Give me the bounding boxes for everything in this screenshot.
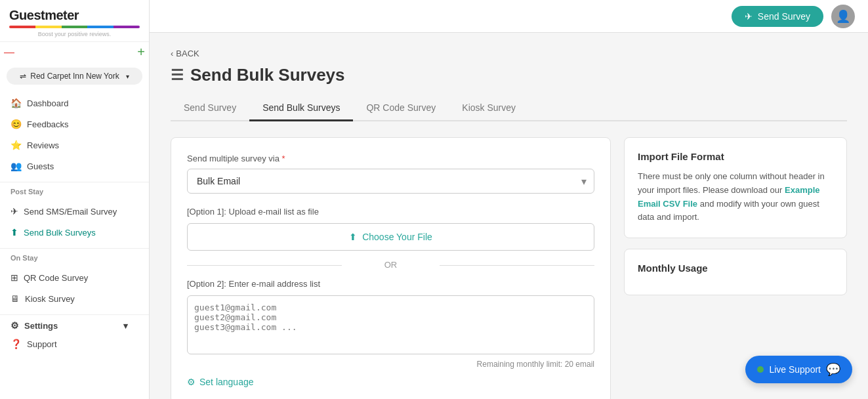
- chevron-down-icon: ▾: [126, 73, 129, 80]
- sidebar-item-kiosk[interactable]: 🖥 Kiosk Survey: [0, 288, 149, 309]
- settings-chevron-icon: ▾: [123, 321, 128, 331]
- tab-qr-code[interactable]: QR Code Survey: [353, 96, 449, 121]
- live-support-label: Live Support: [769, 364, 821, 375]
- sidebar-item-qr-survey[interactable]: ⊞ QR Code Survey: [0, 267, 149, 288]
- send-via-select-wrapper: Bulk Email Bulk SMS ▾: [187, 169, 594, 194]
- live-status-dot: [757, 366, 764, 373]
- settings-icon: ⚙: [10, 320, 19, 331]
- upload-icon: ⬆: [349, 232, 357, 242]
- settings-section: ⚙ Settings ▾: [0, 314, 149, 333]
- monthly-usage-title: Monthly Usage: [638, 262, 833, 274]
- remaining-text: Remaining monthly limit: 20 email: [187, 360, 594, 369]
- form-card: Send multiple survey via * Bulk Email Bu…: [171, 137, 611, 399]
- logo-bar: [9, 26, 140, 28]
- main-nav: 🏠 Dashboard 😊 Feedbacks ⭐ Reviews 👥 Gues…: [0, 90, 149, 179]
- main-area: ✈ Send Survey 👤 ‹ BACK ☰ Send Bulk Surve…: [150, 0, 868, 399]
- monthly-usage-card: Monthly Usage: [624, 249, 847, 295]
- settings-label: Settings: [24, 321, 58, 331]
- reviews-icon: ⭐: [10, 140, 22, 150]
- hotel-icon: ⇌: [20, 72, 26, 81]
- import-info-title: Import File Format: [638, 151, 833, 162]
- sidebar-header: Guestmeter Boost your positive reviews.: [0, 0, 149, 42]
- post-stay-nav: ✈ Send SMS/Email Survey ⬆ Send Bulk Surv…: [0, 198, 149, 245]
- email-textarea[interactable]: [187, 295, 594, 354]
- sidebar-item-label: Feedbacks: [27, 119, 69, 129]
- hotel-name: Red Carpet Inn New York: [30, 72, 119, 81]
- kiosk-icon: 🖥: [10, 293, 20, 304]
- sidebar-item-label: Guests: [27, 161, 54, 171]
- sidebar-item-settings[interactable]: ⚙ Settings ▾: [10, 320, 138, 331]
- send-bulk-icon: ⬆: [10, 227, 18, 238]
- sidebar-item-send-sms-email[interactable]: ✈ Send SMS/Email Survey: [0, 201, 149, 222]
- tab-send-bulk[interactable]: Send Bulk Surveys: [249, 96, 353, 121]
- sidebar-item-guests[interactable]: 👥 Guests: [0, 156, 149, 177]
- plus-button[interactable]: +: [137, 45, 145, 60]
- sidebar-controls: — +: [0, 42, 149, 62]
- back-link[interactable]: ‹ BACK: [171, 49, 847, 58]
- send-via-select[interactable]: Bulk Email Bulk SMS: [187, 169, 594, 194]
- send-icon: ✈: [745, 11, 753, 22]
- content-grid: Send multiple survey via * Bulk Email Bu…: [171, 137, 847, 399]
- logo-area: Guestmeter: [9, 8, 140, 23]
- import-info-text: There must be only one column without he…: [638, 170, 833, 224]
- sidebar-item-label: Dashboard: [27, 98, 69, 108]
- user-avatar-button[interactable]: 👤: [831, 5, 855, 28]
- dashboard-icon: 🏠: [10, 98, 22, 108]
- sidebar-item-dashboard[interactable]: 🏠 Dashboard: [0, 93, 149, 114]
- live-support-widget[interactable]: Live Support 💬: [745, 356, 852, 383]
- tab-send-survey[interactable]: Send Survey: [171, 96, 249, 121]
- user-icon: 👤: [836, 9, 850, 24]
- choose-file-label: Choose Your File: [362, 232, 432, 242]
- tab-kiosk[interactable]: Kiosk Survey: [449, 96, 529, 121]
- sidebar-item-label: Send Bulk Surveys: [24, 228, 96, 238]
- sidebar-item-label: Kiosk Survey: [25, 294, 75, 304]
- page-title: ☰ Send Bulk Surveys: [171, 65, 847, 85]
- logo-text: Guestmeter: [9, 8, 79, 23]
- required-star: *: [282, 154, 285, 163]
- topbar: ✈ Send Survey 👤: [150, 0, 868, 33]
- support-label: Support: [27, 339, 57, 349]
- support-icon: ❓: [10, 339, 22, 349]
- hotel-selector[interactable]: ⇌ Red Carpet Inn New York ▾: [7, 68, 142, 85]
- option1-label: [Option 1]: Upload e-mail list as file: [187, 207, 594, 217]
- qr-code-icon: ⊞: [10, 272, 18, 283]
- or-divider: OR: [187, 260, 594, 270]
- tabs: Send Survey Send Bulk Surveys QR Code Su…: [171, 96, 847, 121]
- sidebar-item-label: QR Code Survey: [24, 273, 88, 283]
- feedbacks-icon: 😊: [10, 119, 22, 129]
- back-label: BACK: [176, 49, 199, 58]
- send-survey-label: Send Survey: [758, 11, 810, 22]
- sidebar-item-reviews[interactable]: ⭐ Reviews: [0, 135, 149, 156]
- sidebar-item-support[interactable]: ❓ Support: [0, 333, 149, 354]
- back-arrow-icon: ‹: [171, 49, 173, 58]
- tagline: Boost your positive reviews.: [9, 31, 140, 37]
- send-via-label: Send multiple survey via *: [187, 154, 594, 163]
- import-info-card: Import File Format There must be only on…: [624, 137, 847, 238]
- guests-icon: 👥: [10, 161, 22, 171]
- send-survey-button[interactable]: ✈ Send Survey: [732, 6, 823, 27]
- content-area: ‹ BACK ☰ Send Bulk Surveys Send Survey S…: [150, 33, 868, 399]
- set-language-label: Set language: [199, 377, 254, 387]
- sidebar-item-send-bulk[interactable]: ⬆ Send Bulk Surveys: [0, 222, 149, 243]
- post-stay-label: Post Stay: [0, 182, 149, 198]
- choose-file-button[interactable]: ⬆ Choose Your File: [187, 223, 594, 251]
- option2-label: [Option 2]: Enter e-mail address list: [187, 279, 594, 289]
- sidebar-item-feedbacks[interactable]: 😊 Feedbacks: [0, 114, 149, 135]
- page-title-text: Send Bulk Surveys: [190, 65, 345, 85]
- sidebar: Guestmeter Boost your positive reviews. …: [0, 0, 150, 399]
- sidebar-item-label: Reviews: [27, 140, 59, 150]
- on-stay-label: On Stay: [0, 248, 149, 264]
- send-sms-icon: ✈: [10, 206, 18, 217]
- chat-icon: 💬: [826, 362, 840, 377]
- set-language-link[interactable]: ⚙ Set language: [187, 377, 594, 387]
- gear-icon: ⚙: [187, 377, 196, 387]
- sidebar-item-label: Send SMS/Email Survey: [24, 207, 117, 217]
- menu-icon: ☰: [171, 67, 184, 84]
- minus-button[interactable]: —: [4, 47, 14, 58]
- on-stay-nav: ⊞ QR Code Survey 🖥 Kiosk Survey: [0, 264, 149, 312]
